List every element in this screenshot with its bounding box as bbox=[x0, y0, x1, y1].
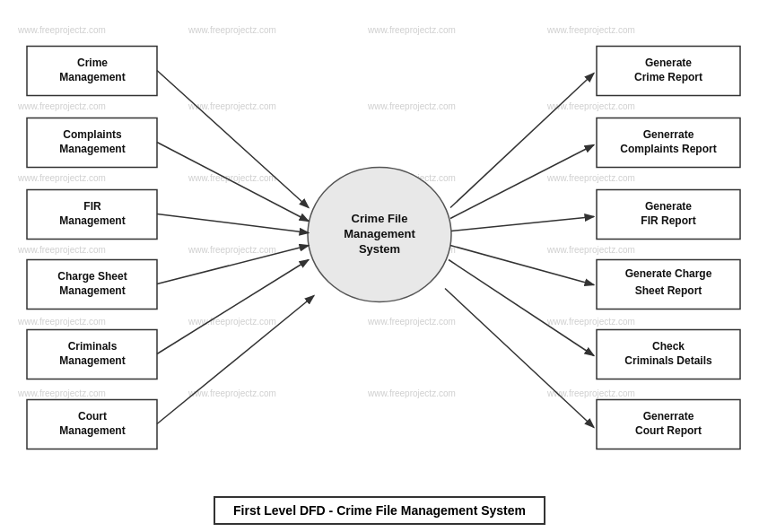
gen-court-label2: Court Report bbox=[635, 424, 702, 437]
svg-text:www.freeprojectz.com: www.freeprojectz.com bbox=[546, 173, 635, 183]
diagram-area: www.freeprojectz.com www.freeprojectz.co… bbox=[9, 9, 750, 478]
svg-text:www.freeprojectz.com: www.freeprojectz.com bbox=[188, 388, 276, 398]
arrow-fir-to-center bbox=[157, 214, 309, 233]
svg-text:www.freeprojectz.com: www.freeprojectz.com bbox=[17, 245, 106, 255]
svg-text:www.freeprojectz.com: www.freeprojectz.com bbox=[546, 317, 635, 327]
fir-label1: FIR bbox=[83, 200, 101, 213]
svg-text:www.freeprojectz.com: www.freeprojectz.com bbox=[367, 25, 456, 35]
arrow-crime-to-center bbox=[157, 71, 309, 208]
gen-charge-label1: Generate Charge bbox=[625, 267, 712, 280]
gen-fir-label2: FIR Report bbox=[641, 214, 695, 227]
svg-text:www.freeprojectz.com: www.freeprojectz.com bbox=[17, 101, 106, 111]
criminals-label2: Management bbox=[59, 354, 125, 367]
svg-text:www.freeprojectz.com: www.freeprojectz.com bbox=[546, 25, 635, 35]
svg-text:www.freeprojectz.com: www.freeprojectz.com bbox=[367, 388, 456, 398]
gen-complaints-label2: Complaints Report bbox=[620, 143, 716, 155]
arrow-center-to-fir-report bbox=[451, 217, 594, 231]
center-label-line2: Management bbox=[344, 227, 415, 240]
arrow-court-to-center bbox=[157, 296, 314, 424]
svg-text:www.freeprojectz.com: www.freeprojectz.com bbox=[188, 245, 276, 255]
chargesheet-label1: Charge Sheet bbox=[57, 270, 126, 283]
arrow-center-to-court-report bbox=[445, 289, 594, 428]
arrow-complaints-to-center bbox=[157, 143, 309, 222]
crime-management-label1: Crime bbox=[77, 57, 108, 69]
caption-text: First Level DFD - Crime File Management … bbox=[233, 503, 526, 518]
criminals-label1: Criminals bbox=[68, 340, 118, 353]
gen-complaints-label1: Generrate bbox=[643, 128, 694, 141]
svg-text:www.freeprojectz.com: www.freeprojectz.com bbox=[188, 317, 276, 327]
svg-text:www.freeprojectz.com: www.freeprojectz.com bbox=[17, 317, 106, 327]
complaints-label1: Complaints bbox=[63, 128, 122, 141]
arrow-center-to-criminals bbox=[449, 260, 594, 356]
gen-fir-label1: Generate bbox=[645, 200, 692, 213]
svg-text:www.freeprojectz.com: www.freeprojectz.com bbox=[367, 317, 456, 327]
arrow-center-to-crime-report bbox=[450, 74, 594, 208]
court-label2: Management bbox=[59, 424, 125, 437]
center-label-line3: System bbox=[359, 242, 400, 256]
gen-court-label1: Generrate bbox=[643, 410, 694, 423]
crime-management-label2: Management bbox=[59, 71, 125, 83]
gen-crime-label2: Crime Report bbox=[634, 71, 702, 83]
svg-text:www.freeprojectz.com: www.freeprojectz.com bbox=[546, 245, 635, 255]
gen-charge-label2: Sheet Report bbox=[635, 284, 702, 297]
court-label1: Court bbox=[78, 410, 107, 423]
svg-text:www.freeprojectz.com: www.freeprojectz.com bbox=[17, 173, 106, 183]
check-crim-label1: Check bbox=[652, 340, 685, 353]
check-crim-label2: Criminals Details bbox=[624, 354, 712, 367]
gen-crime-label1: Generate bbox=[645, 57, 692, 69]
arrow-criminals-to-center bbox=[157, 260, 309, 354]
svg-text:www.freeprojectz.com: www.freeprojectz.com bbox=[17, 25, 106, 35]
complaints-label2: Management bbox=[59, 143, 125, 155]
svg-text:www.freeprojectz.com: www.freeprojectz.com bbox=[367, 101, 456, 111]
fir-label2: Management bbox=[59, 214, 125, 227]
caption-box: First Level DFD - Crime File Management … bbox=[214, 496, 545, 525]
svg-text:www.freeprojectz.com: www.freeprojectz.com bbox=[17, 388, 106, 398]
svg-text:www.freeprojectz.com: www.freeprojectz.com bbox=[188, 25, 276, 35]
chargesheet-label2: Management bbox=[59, 284, 125, 297]
center-label-line1: Crime File bbox=[352, 212, 408, 225]
